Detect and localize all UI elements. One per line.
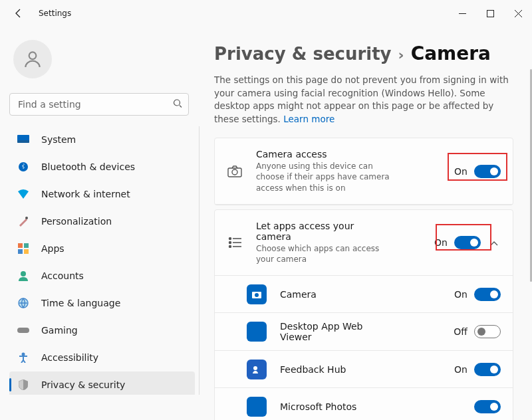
svg-rect-9 [18,243,23,248]
app-icon-desktop-web-viewer [247,322,267,342]
app-row: Camera On [215,276,513,313]
app-toggle[interactable] [474,288,501,301]
breadcrumb: Privacy & security › Camera [214,43,513,64]
svg-point-23 [229,246,231,248]
svg-line-4 [180,106,182,108]
bluetooth-icon [17,161,29,173]
app-name: Camera [280,289,454,300]
sidebar-item-label: Personalization [41,216,112,227]
svg-point-19 [229,238,231,240]
sidebar-item-label: Gaming [41,325,78,336]
toggle-state-label: On [434,237,448,248]
page-description: The settings on this page do not prevent… [214,74,513,126]
globe-icon [17,297,29,309]
close-button[interactable] [504,0,532,27]
paintbrush-icon [17,215,29,227]
sidebar-item-gaming[interactable]: Gaming [9,317,195,344]
svg-rect-11 [18,249,23,254]
svg-rect-15 [17,328,29,333]
person-icon [22,49,43,70]
app-name: Desktop App Web Viewer [280,321,373,342]
app-row: Microsoft Photos [215,388,513,420]
close-icon [515,10,522,17]
nav-list: System Bluetooth & devices Network & int… [9,126,200,395]
monitor-icon [17,134,29,146]
svg-rect-6 [17,140,29,143]
svg-rect-1 [487,10,493,17]
camera-access-toggle[interactable] [474,165,501,178]
learn-more-link[interactable]: Learn more [283,114,334,124]
search-icon [173,98,182,111]
let-apps-row: Let apps access your camera Choose which… [215,210,513,276]
apps-icon [17,243,29,255]
titlebar: Settings [0,0,532,27]
svg-point-13 [21,271,26,276]
app-row: Feedback Hub On [215,351,513,388]
app-name: Microsoft Photos [280,401,474,412]
setting-title: Let apps access your camera [256,221,356,242]
sidebar-item-time[interactable]: Time & language [9,290,195,316]
app-toggle[interactable] [474,363,501,376]
window-title: Settings [39,9,71,18]
maximize-icon [487,10,494,17]
sidebar-item-privacy[interactable]: Privacy & security [9,371,195,395]
svg-rect-10 [24,243,29,248]
sidebar-item-label: Bluetooth & devices [41,161,135,172]
app-toggle[interactable] [474,400,501,413]
minimize-button[interactable] [448,0,476,27]
svg-point-16 [22,353,25,356]
minimize-icon [459,10,466,17]
svg-point-27 [253,366,257,370]
sidebar-item-label: System [41,134,76,145]
setting-subtitle: Anyone using this device can choose if t… [256,161,396,193]
wifi-icon [17,188,29,200]
gamepad-icon [17,324,29,336]
svg-point-21 [229,242,231,244]
list-icon [227,235,243,251]
setting-subtitle: Choose which apps can access your camera [256,243,396,264]
breadcrumb-parent[interactable]: Privacy & security [214,44,392,64]
window-controls [448,0,532,27]
camera-icon [227,163,243,179]
accessibility-icon [17,352,29,364]
chevron-right-icon: › [398,47,404,63]
app-toggle[interactable] [474,325,501,338]
sidebar-item-label: Network & internet [41,189,130,199]
sidebar-item-accessibility[interactable]: Accessibility [9,344,195,371]
app-icon-feedback-hub [247,360,267,379]
search-input[interactable] [9,93,189,116]
avatar[interactable] [13,40,52,78]
setting-title: Camera access [256,149,454,159]
app-name: Feedback Hub [280,364,454,375]
app-row: Desktop App Web Viewer Off [215,313,513,351]
maximize-button[interactable] [476,0,504,27]
app-icon-photos [247,397,267,417]
shield-icon [17,379,29,391]
sidebar-item-network[interactable]: Network & internet [9,181,195,207]
svg-point-8 [25,217,28,219]
sidebar-item-label: Accessibility [41,352,98,363]
sidebar: System Bluetooth & devices Network & int… [0,27,200,420]
sidebar-item-system[interactable]: System [9,126,195,153]
back-button[interactable] [9,4,28,23]
let-apps-toggle[interactable] [454,236,481,249]
page-title: Camera [411,43,491,64]
sidebar-item-apps[interactable]: Apps [9,235,195,262]
sidebar-item-label: Time & language [41,298,120,308]
sidebar-item-label: Accounts [41,270,84,281]
sidebar-item-bluetooth[interactable]: Bluetooth & devices [9,154,195,180]
arrow-left-icon [13,8,24,19]
svg-point-3 [174,100,180,106]
toggle-state-label: On [454,289,467,300]
sidebar-item-accounts[interactable]: Accounts [9,262,195,289]
toggle-state-label: On [454,364,467,375]
let-apps-card: Let apps access your camera Choose which… [214,209,513,420]
app-icon-camera [247,284,267,304]
svg-point-26 [255,293,259,297]
svg-point-18 [232,169,237,175]
sidebar-item-label: Apps [41,243,65,254]
camera-access-card: Camera access Anyone using this device c… [214,138,513,205]
sidebar-item-personalization[interactable]: Personalization [9,208,195,235]
toggle-state-label: On [454,166,467,177]
chevron-up-icon[interactable] [490,237,501,249]
